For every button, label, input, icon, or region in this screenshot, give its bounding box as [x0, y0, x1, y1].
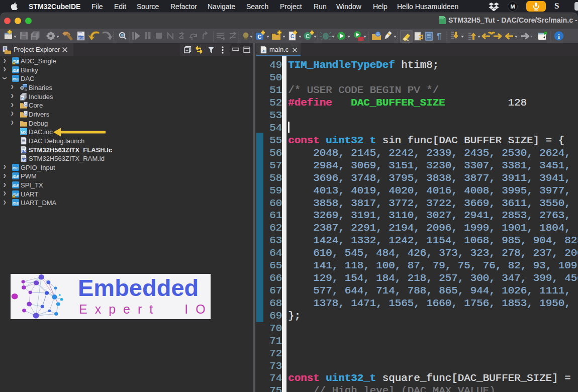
- svg-text:i: i: [558, 33, 560, 40]
- svg-text:IDE: IDE: [13, 165, 20, 170]
- svg-text:MX: MX: [21, 130, 26, 135]
- svg-text:¶: ¶: [437, 32, 441, 41]
- svg-text:C: C: [24, 111, 27, 116]
- svg-text:.c: .c: [262, 48, 265, 53]
- svg-text:C: C: [291, 34, 294, 39]
- svg-text:C: C: [258, 34, 262, 40]
- svg-text:IDE: IDE: [13, 68, 20, 72]
- svg-text:C: C: [306, 33, 310, 39]
- svg-text:IDE: IDE: [13, 174, 20, 179]
- svg-text:IDE: IDE: [13, 183, 20, 188]
- svg-text:LD: LD: [22, 158, 26, 161]
- svg-text:C: C: [24, 103, 27, 107]
- svg-text:010: 010: [78, 37, 84, 40]
- svg-text:IDE: IDE: [13, 77, 20, 81]
- svg-text:LD: LD: [22, 150, 26, 153]
- svg-text:h: h: [21, 96, 24, 101]
- svg-text:IDE: IDE: [13, 201, 20, 206]
